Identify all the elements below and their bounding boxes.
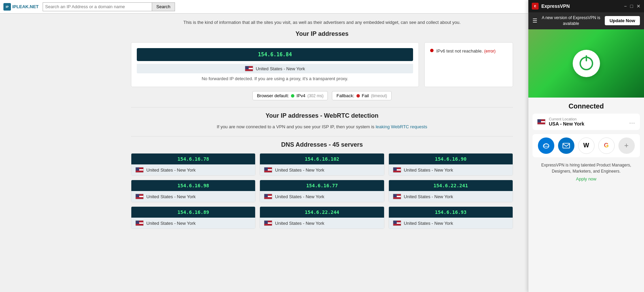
fallback-item: Fallback: Fail (timeout) [332,91,391,100]
ipv6-text: IPv6 test not reachable. [436,48,483,54]
vpn-window-controls: − □ ✕ [624,4,641,9]
dns-card: 154.6.22.241 United States - New York [389,180,513,202]
svg-rect-1 [563,143,570,148]
dns-card-location: United States - New York [404,167,453,173]
browser-default-protocol: IPv4 [296,93,305,98]
vpn-location-row[interactable]: Current Location USA - New York … [532,114,640,130]
vpn-location-options-button[interactable]: … [629,118,635,125]
dns-card-ip: 154.6.16.102 [305,156,339,162]
fallback-note: (timeout) [371,93,387,98]
vpn-apply-link[interactable]: Apply now [532,176,640,182]
dns-card-body: United States - New York [260,218,384,229]
dns-grid: 154.6.16.78 United States - New York 154… [131,153,513,229]
dns-card-body: United States - New York [131,191,255,202]
dns-card-ip: 154.6.16.90 [435,156,467,162]
dns-card-body: United States - New York [389,218,513,229]
dns-card-ip: 154.6.16.98 [177,183,209,188]
vpn-shortcut-edge[interactable] [538,137,554,154]
dns-card-location: United States - New York [275,221,324,226]
dns-card-flag [393,194,401,199]
dns-card: 154.6.16.98 United States - New York [131,180,255,202]
ip-section: Your IP addresses 154.6.16.84 United Sta… [131,30,513,100]
dns-card-location: United States - New York [404,221,453,226]
dns-card-location: United States - New York [404,194,453,199]
vpn-location-info: Current Location USA - New York [549,117,626,127]
fallback-status: Fail [362,93,369,98]
edge-icon [542,142,550,149]
logo: IP IPLEAK.NET [3,3,39,11]
vpn-title-text: ExpressVPN [541,3,570,9]
vpn-power-button[interactable] [573,50,600,77]
vpn-update-button[interactable]: Update Now [605,16,640,25]
wiki-label: W [583,142,589,149]
fallback-label: Fallback: [336,93,354,98]
dns-card-ip: 154.6.16.89 [177,209,209,215]
vpn-menu-icon[interactable]: ☰ [532,17,537,24]
webrtc-desc-text: If you are now connected to a VPN and yo… [217,124,375,129]
dns-card-location: United States - New York [146,167,196,173]
dns-card-location: United States - New York [275,167,324,173]
dns-card-body: United States - New York [131,218,255,229]
ipv6-info: IPv6 test not reachable. (error) [436,48,496,54]
vpn-shortcuts: W G + [532,134,640,157]
logo-icon: IP [3,3,11,11]
dns-card: 154.6.16.89 United States - New York [131,206,255,229]
dns-card-flag [393,167,401,173]
dns-test-row: Browser default: IPv4 (302 ms) Fallback:… [131,91,513,100]
dns-card-header: 154.6.22.244 [260,207,384,218]
dns-card: 154.6.16.90 United States - New York [389,153,513,176]
dns-card-flag [264,220,272,226]
tagline: This is the kind of information that all… [131,20,513,25]
vpn-update-text: A new version of ExpressVPN is available [540,15,602,27]
ip-section-title: Your IP addresses [131,30,513,38]
vpn-titlebar: E ExpressVPN − □ ✕ [528,0,644,12]
vpn-update-bar: ☰ A new version of ExpressVPN is availab… [528,12,644,29]
dns-card: 154.6.16.93 United States - New York [389,206,513,229]
vpn-close-button[interactable]: ✕ [636,4,641,9]
webrtc-link[interactable]: leaking WebRTC requests [376,124,427,129]
search-input[interactable] [43,2,152,11]
dns-card-header: 154.6.16.77 [260,180,384,191]
dns-card-ip: 154.6.16.78 [177,156,209,162]
dns-section-title: DNS Addresses - 45 servers [131,141,513,148]
search-bar: Search [43,2,175,11]
dns-card-location: United States - New York [275,194,324,199]
dns-card-location: United States - New York [146,194,196,199]
vpn-title-left: E ExpressVPN [532,3,570,10]
dns-card-body: United States - New York [389,191,513,202]
dns-card-body: United States - New York [131,164,255,175]
dns-card-header: 154.6.16.102 [260,154,384,164]
dns-card-ip: 154.6.22.241 [434,183,468,188]
dns-card-body: United States - New York [389,164,513,175]
vpn-shortcut-add[interactable]: + [618,137,635,154]
dns-card-body: United States - New York [260,164,384,175]
vpn-maximize-button[interactable]: □ [630,4,633,9]
vpn-connected-label: Connected [528,98,644,114]
browser-default-time: (302 ms) [307,93,323,98]
vpn-shortcut-google[interactable]: G [598,137,615,154]
primary-ip-box: 154.6.16.84 United States - New York No … [131,42,419,87]
ip-main-grid: 154.6.16.84 United States - New York No … [131,42,513,87]
primary-ip-text: 154.6.16.84 [137,52,413,58]
dns-card-header: 154.6.16.98 [131,180,255,191]
dns-card-header: 154.6.16.93 [389,207,513,218]
divider-2 [131,136,513,136]
vpn-shortcut-wikipedia[interactable]: W [578,137,595,154]
webrtc-section: Your IP addresses - WebRTC detection If … [131,112,513,129]
webrtc-title: Your IP addresses - WebRTC detection [131,112,513,119]
google-icon: G [604,142,609,149]
browser-default-label: Browser default: [257,93,289,98]
main-content: This is the kind of information that all… [124,14,520,232]
dns-card-flag [264,167,272,173]
dns-card: 154.6.16.78 United States - New York [131,153,255,176]
search-button[interactable]: Search [152,2,175,11]
ipv6-error: (error) [484,49,495,54]
vpn-location-value: USA - New York [549,121,626,127]
dns-card-flag [135,220,144,226]
dns-card-header: 154.6.22.241 [389,180,513,191]
vpn-shortcut-mail[interactable] [558,137,574,154]
vpn-minimize-button[interactable]: − [624,4,627,9]
no-forward-text: No forwarded IP detected. If you are usi… [202,76,348,81]
ipv6-status-dot [430,49,434,52]
dns-card: 154.6.16.77 United States - New York [260,180,384,202]
